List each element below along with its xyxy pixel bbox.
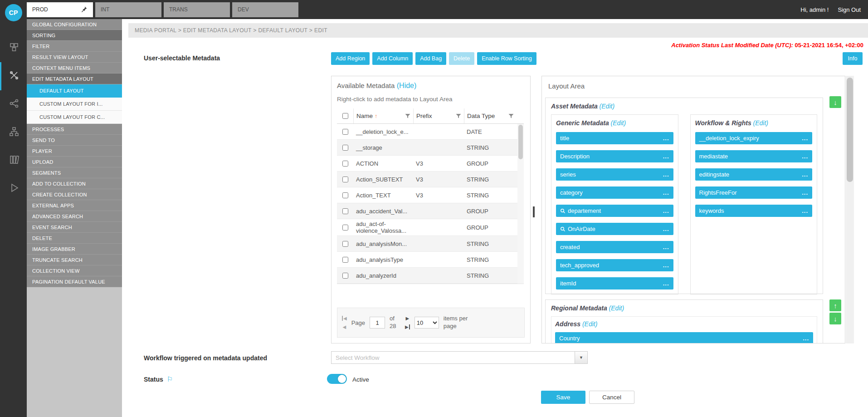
chip-options-icon[interactable]: ... — [802, 189, 808, 196]
metadata-chip[interactable]: category ... — [556, 186, 673, 199]
pager-previous-button[interactable]: ◀ — [343, 325, 346, 329]
sidebar-item-sorting[interactable]: SORTING — [27, 30, 122, 41]
save-button[interactable]: Save — [541, 391, 585, 404]
sidebar-item-pagination-default-value[interactable]: PAGINATION DEFAULT VALUE — [27, 276, 122, 287]
sidebar-item-default-layout[interactable]: DEFAULT LAYOUT — [27, 84, 122, 98]
edit-generic-metadata-link[interactable]: (Edit) — [611, 119, 626, 127]
tab-trans[interactable]: TRANS — [164, 2, 230, 17]
edit-workflow-rights-link[interactable]: (Edit) — [753, 119, 768, 127]
filter-icon[interactable] — [405, 113, 410, 119]
sidebar-item-image-grabber[interactable]: IMAGE GRABBER — [27, 244, 122, 255]
sidebar-item-send-to[interactable]: SEND TO — [27, 135, 122, 146]
metadata-chip[interactable]: itemId ... — [556, 277, 673, 289]
metadata-chip[interactable]: title ... — [556, 132, 673, 144]
move-down-button[interactable]: ↓ — [829, 96, 841, 108]
sign-out-link[interactable]: Sign Out — [838, 6, 861, 13]
sidebar-item-edit-metadata-layout[interactable]: EDIT METADATA LAYOUT — [27, 74, 122, 84]
edit-address-link[interactable]: (Edit) — [582, 320, 597, 328]
metadata-chip[interactable]: series ... — [556, 168, 673, 181]
sidebar-item-upload[interactable]: UPLOAD — [27, 157, 122, 167]
column-header-name[interactable]: Name ↑ — [353, 108, 413, 123]
chip-options-icon[interactable]: ... — [663, 226, 669, 232]
chip-options-icon[interactable]: ... — [663, 280, 669, 287]
metadata-chip[interactable]: OnAirDate ... — [556, 223, 673, 235]
row-checkbox[interactable] — [342, 161, 348, 167]
table-row[interactable]: adu_analyzerId STRING — [337, 268, 524, 284]
row-checkbox[interactable] — [342, 208, 348, 214]
row-checkbox[interactable] — [342, 241, 348, 247]
rail-item-configuration[interactable] — [0, 62, 27, 90]
row-checkbox[interactable] — [342, 225, 348, 231]
pager-last-button[interactable]: ▶ — [405, 325, 410, 329]
table-row[interactable]: __storage STRING — [337, 140, 524, 156]
sidebar-item-create-collection[interactable]: CREATE COLLECTION — [27, 189, 122, 200]
edit-asset-metadata-link[interactable]: (Edit) — [600, 103, 614, 110]
chevron-down-icon[interactable]: ▼ — [575, 352, 587, 363]
workflow-select[interactable]: Select Workflow ▼ — [331, 351, 588, 364]
info-button[interactable]: Info — [843, 52, 863, 65]
status-toggle[interactable] — [327, 374, 347, 384]
chip-options-icon[interactable]: ... — [663, 135, 669, 142]
move-down-button[interactable]: ↓ — [829, 313, 841, 324]
sidebar-item-custom-layout-i[interactable]: CUSTOM LAYOUT FOR I... — [27, 98, 122, 111]
layout-area-scrollbar-thumb[interactable] — [847, 78, 853, 182]
sidebar-item-external-apps[interactable]: EXTERNAL APPS — [27, 200, 122, 211]
chip-options-icon[interactable]: ... — [663, 171, 669, 178]
chip-options-icon[interactable]: ... — [663, 153, 669, 160]
delete-button[interactable]: Delete — [449, 52, 474, 65]
add-column-button[interactable]: Add Column — [372, 52, 413, 65]
table-row[interactable]: adu_act-of-violence_Valossa... GROUP — [337, 219, 524, 236]
metadata-chip[interactable]: Country ... — [555, 332, 813, 343]
table-row[interactable]: __deletion_lock_e... DATE — [337, 124, 524, 140]
add-region-button[interactable]: Add Region — [331, 52, 370, 65]
tab-prod[interactable]: PROD — [27, 2, 93, 17]
row-checkbox[interactable] — [342, 273, 348, 279]
chip-options-icon[interactable]: ... — [802, 171, 808, 178]
chip-options-icon[interactable]: ... — [802, 207, 808, 214]
sidebar-item-add-to-collection[interactable]: ADD TO COLLECTION — [27, 178, 122, 189]
sidebar-item-filter[interactable]: FILTER — [27, 41, 122, 52]
metadata-chip[interactable]: RightsFreeFor ... — [695, 186, 813, 199]
chip-options-icon[interactable]: ... — [663, 207, 669, 214]
column-header-prefix[interactable]: Prefix — [413, 108, 464, 123]
sidebar-item-custom-layout-c[interactable]: CUSTOM LAYOUT FOR C... — [27, 111, 122, 124]
table-row[interactable]: adu_accident_Val... GROUP — [337, 203, 524, 219]
filter-icon[interactable] — [508, 113, 514, 119]
rail-item-integrations[interactable] — [0, 90, 27, 118]
panel-resize-handle[interactable] — [533, 206, 535, 217]
metadata-chip[interactable]: mediastate ... — [695, 150, 813, 162]
page-size-select[interactable]: 10 — [414, 317, 439, 329]
sidebar-item-delete[interactable]: DELETE — [27, 233, 122, 244]
pager-next-button[interactable]: ▶ — [406, 316, 410, 321]
column-header-data-type[interactable]: Data Type — [464, 108, 517, 123]
row-checkbox[interactable] — [342, 145, 348, 151]
metadata-chip[interactable]: Description ... — [556, 150, 673, 162]
edit-regional-metadata-link[interactable]: (Edit) — [609, 304, 624, 312]
flag-icon[interactable]: ⚐ — [167, 375, 173, 383]
rail-item-library[interactable] — [0, 147, 27, 175]
app-logo[interactable]: CP — [5, 4, 22, 21]
metadata-chip[interactable]: editingstate ... — [695, 168, 813, 181]
sidebar-item-processes[interactable]: PROCESSES — [27, 124, 122, 135]
sidebar-item-global-configuration[interactable]: GLOBAL CONFIGURATION — [27, 19, 122, 30]
sidebar-item-segments[interactable]: SEGMENTS — [27, 167, 122, 178]
row-checkbox[interactable] — [342, 192, 348, 198]
row-checkbox[interactable] — [342, 257, 348, 263]
metadata-chip[interactable]: created ... — [556, 241, 673, 253]
metadata-chip[interactable]: tech_approved ... — [556, 259, 673, 271]
move-up-button[interactable]: ↑ — [829, 299, 841, 311]
sidebar-item-advanced-search[interactable]: ADVANCED SEARCH — [27, 211, 122, 222]
chip-options-icon[interactable]: ... — [663, 262, 669, 269]
row-checkbox[interactable] — [342, 129, 348, 135]
sidebar-item-context-menu-items[interactable]: CONTEXT MENU ITEMS — [27, 63, 122, 74]
table-row[interactable]: adu_analysisMon... STRING — [337, 236, 524, 252]
tab-dev[interactable]: DEV — [232, 2, 298, 17]
enable-row-sorting-button[interactable]: Enable Row Sorting — [477, 52, 536, 65]
table-row[interactable]: adu_analysisType STRING — [337, 252, 524, 268]
sidebar-item-event-search[interactable]: EVENT SEARCH — [27, 222, 122, 233]
sidebar-item-truncate-search[interactable]: TRUNCATE SEARCH — [27, 255, 122, 265]
chip-options-icon[interactable]: ... — [802, 153, 808, 160]
row-checkbox[interactable] — [342, 177, 348, 182]
table-row[interactable]: ACTION V3 GROUP — [337, 156, 524, 172]
add-bag-button[interactable]: Add Bag — [415, 52, 446, 65]
